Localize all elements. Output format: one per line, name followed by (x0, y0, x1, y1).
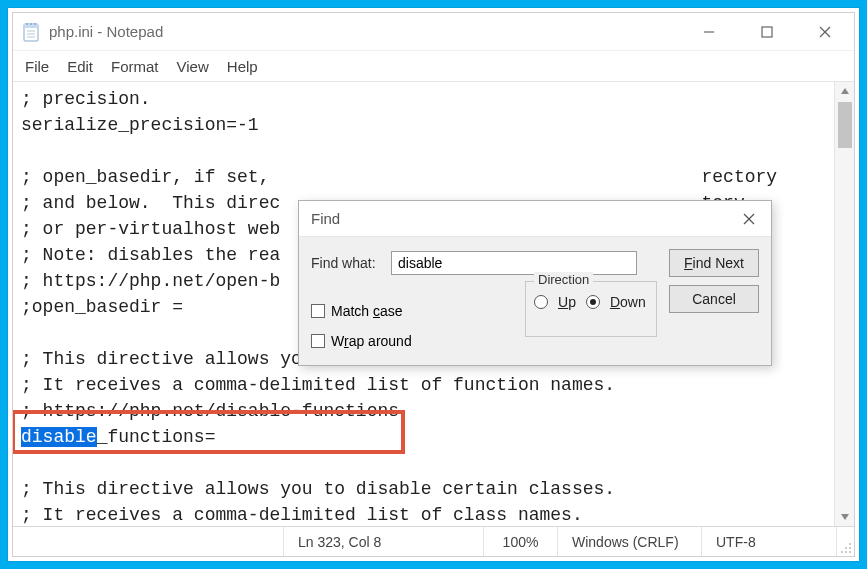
direction-up-label: Up (558, 294, 576, 310)
find-what-label: Find what: (311, 255, 381, 271)
svg-point-17 (849, 551, 851, 553)
menu-file[interactable]: File (25, 58, 49, 75)
editor-line: ; Note: disables the rea (21, 245, 280, 265)
status-ln-col: Ln 323, Col 8 (283, 527, 483, 556)
statusbar: Ln 323, Col 8 100% Windows (CRLF) UTF-8 (13, 526, 854, 556)
svg-point-18 (845, 551, 847, 553)
status-empty (13, 527, 283, 556)
status-encoding: UTF-8 (701, 527, 836, 556)
direction-up-radio[interactable] (534, 295, 548, 309)
find-dialog[interactable]: Find Find what: Find Next Cancel (298, 200, 772, 366)
svg-point-2 (26, 23, 28, 25)
menu-edit[interactable]: Edit (67, 58, 93, 75)
svg-point-15 (849, 547, 851, 549)
editor-line: ; https://php.net/disable-functions (21, 401, 399, 421)
cancel-button[interactable]: Cancel (669, 285, 759, 313)
menubar: File Edit Format View Help (13, 51, 854, 81)
match-case-label: Match case (331, 303, 403, 319)
menu-help[interactable]: Help (227, 58, 258, 75)
menu-view[interactable]: View (177, 58, 209, 75)
find-dialog-titlebar[interactable]: Find (299, 201, 771, 237)
svg-point-16 (845, 547, 847, 549)
svg-rect-9 (762, 27, 772, 37)
editor-line: serialize_precision=-1 (21, 115, 259, 135)
svg-point-19 (841, 551, 843, 553)
editor-line: ; open_basedir, if set, rectory (21, 167, 777, 187)
minimize-button[interactable] (680, 13, 738, 51)
editor-line-rest: _functions= (97, 427, 216, 447)
direction-down-radio[interactable] (586, 295, 600, 309)
window-title: php.ini - Notepad (49, 23, 163, 40)
close-button[interactable] (796, 13, 854, 51)
editor-line: ; It receives a comma-delimited list of … (21, 505, 583, 525)
scroll-up-arrow[interactable] (835, 82, 854, 100)
find-close-button[interactable] (727, 201, 771, 237)
selection-highlight: disable (21, 427, 97, 447)
wrap-around-checkbox[interactable] (311, 334, 325, 348)
match-case-checkbox[interactable] (311, 304, 325, 318)
maximize-button[interactable] (738, 13, 796, 51)
notepad-icon (21, 21, 41, 43)
scroll-thumb[interactable] (838, 102, 852, 148)
editor-line: ; https://php.net/open-b (21, 271, 280, 291)
editor-line: ; or per-virtualhost web (21, 219, 280, 239)
svg-point-4 (34, 23, 36, 25)
vertical-scrollbar[interactable] (834, 82, 854, 526)
find-what-input[interactable] (391, 251, 637, 275)
content-area: ; precision. serialize_precision=-1 ; op… (13, 81, 854, 526)
titlebar[interactable]: php.ini - Notepad (13, 13, 854, 51)
resize-grip[interactable] (836, 527, 854, 556)
svg-point-14 (849, 543, 851, 545)
find-dialog-title: Find (311, 210, 340, 227)
status-eol: Windows (CRLF) (557, 527, 701, 556)
wrap-around-label: Wrap around (331, 333, 412, 349)
direction-group: Direction Up Down (525, 281, 657, 337)
status-zoom: 100% (483, 527, 557, 556)
editor-line: ;open_basedir = (21, 297, 183, 317)
editor-line: ; This directive allows you to disable c… (21, 479, 615, 499)
editor-line: ; It receives a comma-delimited list of … (21, 375, 615, 395)
find-next-button[interactable]: Find Next (669, 249, 759, 277)
direction-label: Direction (534, 272, 593, 287)
editor-line: ; precision. (21, 89, 151, 109)
menu-format[interactable]: Format (111, 58, 159, 75)
direction-down-label: Down (610, 294, 646, 310)
notepad-window: php.ini - Notepad File Edit Format View … (12, 12, 855, 557)
scroll-down-arrow[interactable] (835, 508, 854, 526)
svg-point-3 (30, 23, 32, 25)
